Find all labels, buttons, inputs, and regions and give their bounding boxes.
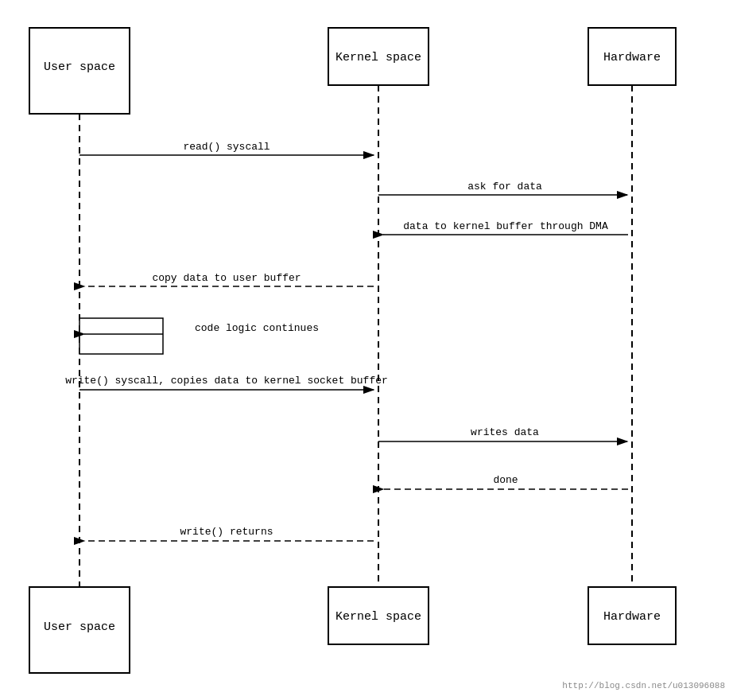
code-logic-box [80,318,163,354]
kernel-top-label: Kernel space [335,51,421,64]
msg7-label: writes data [471,426,539,438]
watermark: http://blog.csdn.net/u013096088 [562,681,725,690]
msg2-label: ask for data [467,181,542,192]
sequence-diagram: User space Kernel space Hardware User sp… [0,0,733,700]
msg3-label: data to kernel buffer through DMA [403,220,608,232]
hardware-bottom-label: Hardware [603,610,661,624]
msg1-label: read() syscall [183,141,270,153]
user-top-label: User space [44,60,115,74]
diagram-svg: User space Kernel space Hardware User sp… [0,0,733,700]
user-bottom-label: User space [44,620,115,634]
msg6-label: write() syscall, copies data to kernel s… [65,375,388,387]
msg8-label: done [493,474,518,486]
kernel-bottom-label: Kernel space [335,610,421,624]
hardware-top-label: Hardware [603,51,661,64]
msg4-label: copy data to user buffer [152,272,301,284]
msg9-label: write() returns [180,526,273,538]
msg5-label: code logic continues [195,322,319,334]
